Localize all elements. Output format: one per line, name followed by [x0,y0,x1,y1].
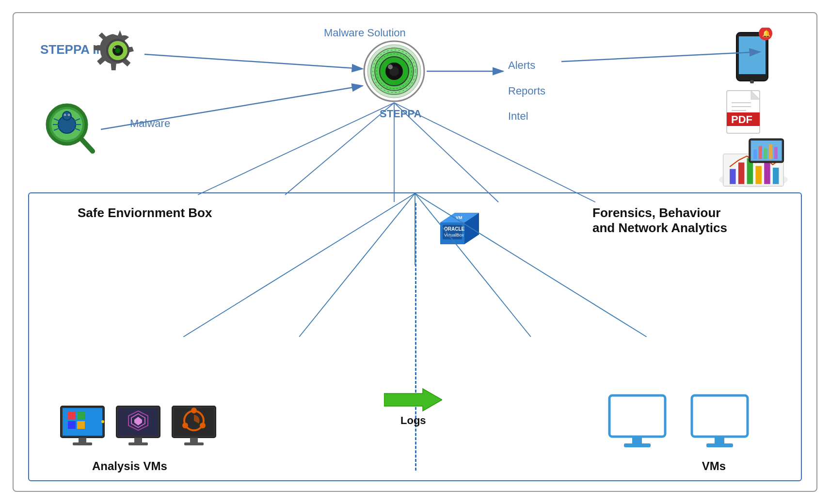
svg-line-60 [144,54,363,69]
svg-rect-85 [134,438,142,442]
main-container: STEPPA INTEL [13,12,817,492]
blue-monitor-2-icon [689,393,752,451]
forensics-label: Forensics, Behaviourand Network Analytic… [592,205,762,236]
svg-rect-54 [753,150,757,159]
svg-rect-55 [759,146,762,159]
svg-rect-103 [706,443,733,447]
virtualbox-icon: ORACLE VirtualBox VM [431,201,479,249]
svg-point-4 [113,47,115,49]
malware-solution-label: Malware Solution [324,27,406,39]
svg-point-90 [191,408,197,413]
svg-rect-57 [769,144,772,159]
svg-rect-73 [68,412,76,420]
malware-label: Malware [130,117,170,130]
logs-area: Logs [384,388,442,427]
analysis-vms-group [58,405,221,451]
svg-rect-102 [715,437,724,443]
intel-label: Intel [508,110,528,123]
analysis-vms-label: Analysis VMs [92,459,167,473]
svg-rect-33 [739,36,766,74]
svg-text:🔔: 🔔 [762,30,771,38]
svg-text:VirtualBox: VirtualBox [444,233,464,237]
svg-rect-47 [738,162,744,184]
svg-point-91 [182,423,188,428]
svg-point-3 [115,48,121,53]
svg-rect-74 [77,412,85,420]
svg-rect-99 [624,443,651,447]
svg-rect-56 [764,148,767,159]
vms-label: VMs [702,459,726,473]
gear-icon [91,28,144,81]
svg-line-105 [299,193,415,337]
svg-rect-86 [128,442,148,445]
steppa-eye-icon [363,40,426,103]
svg-line-19 [81,139,93,151]
svg-point-92 [200,423,206,428]
svg-rect-94 [184,442,204,445]
svg-text:PDF: PDF [731,113,752,126]
svg-rect-78 [73,442,92,445]
logs-arrow-icon [384,388,442,412]
right-vms-group [607,393,752,451]
svg-rect-46 [730,169,735,184]
windows-monitor-icon [58,405,109,451]
steppa-center-label: STEPPA [380,108,421,120]
svg-rect-97 [613,399,662,433]
svg-rect-77 [79,438,86,442]
pdf-icon: PDF [724,88,768,142]
reports-label: Reports [508,85,545,97]
svg-rect-75 [68,421,76,429]
svg-rect-76 [77,421,85,429]
bug-magnifier-icon [40,98,98,156]
svg-rect-98 [632,437,642,443]
phone-icon: 🔔 [729,28,778,81]
top-section: STEPPA INTEL [14,13,816,202]
linux-monitor-icon [114,405,165,451]
svg-text:VM: VM [456,215,463,220]
svg-point-12 [68,114,69,115]
svg-point-11 [64,114,65,115]
section-divider [415,203,416,471]
svg-rect-49 [755,166,761,184]
svg-point-28 [388,64,393,69]
svg-rect-93 [190,438,198,442]
ubuntu-monitor-icon [170,405,221,451]
svg-line-104 [183,193,415,337]
svg-point-8 [63,111,71,120]
chart-icon [715,137,792,190]
alerts-label: Alerts [508,59,535,72]
svg-marker-95 [384,389,442,411]
svg-rect-51 [773,168,779,184]
blue-monitor-1-icon [607,393,670,451]
logs-label: Logs [400,414,426,427]
svg-text:ORACLE: ORACLE [444,226,465,232]
svg-rect-50 [764,160,770,184]
svg-rect-58 [774,147,778,159]
safe-env-label: Safe Enviornment Box [78,205,212,220]
svg-rect-101 [695,399,744,433]
bottom-section: Safe Enviornment Box Forensics, Behaviou… [28,192,802,481]
svg-point-79 [101,420,104,423]
